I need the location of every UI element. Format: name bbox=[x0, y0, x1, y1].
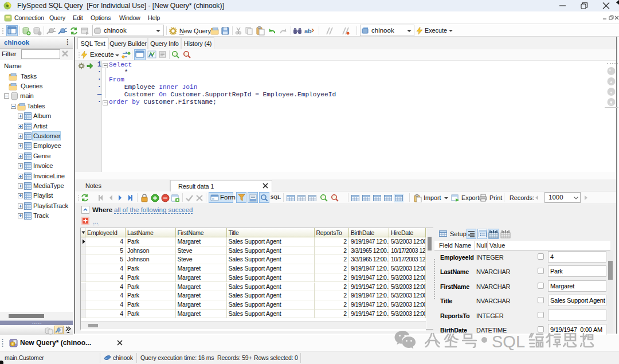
svg-text:ab: ab bbox=[304, 28, 312, 34]
